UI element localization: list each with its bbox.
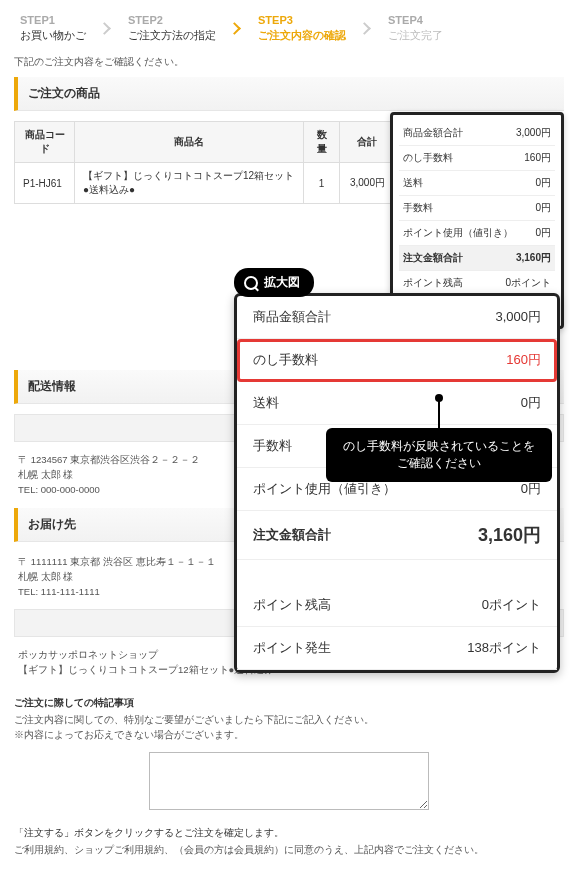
step3-title: ご注文内容の確認: [258, 28, 346, 43]
order-table: 商品コード 商品名 数量 合計 P1-HJ61 【ギフト】じっくりコトコトスープ…: [14, 121, 394, 204]
confirm-sub: ご利用規約、ショップご利用規約、（会員の方は会員規約）に同意のうえ、上記内容でご…: [14, 844, 564, 857]
special-notes: ご注文に際しての特記事項 ご注文内容に関しての、特別なご要望がございましたら下記…: [14, 696, 564, 742]
chevron-right-icon: [360, 22, 374, 36]
magnify-tag: 拡大図: [234, 268, 314, 297]
step3-label: STEP3: [258, 14, 346, 26]
notes-textarea[interactable]: [149, 752, 429, 810]
th-qty: 数量: [304, 122, 340, 163]
step4-title: ご注文完了: [388, 28, 443, 43]
th-amount: 合計: [340, 122, 394, 163]
magnify-icon: [244, 276, 258, 290]
noshi-callout: のし手数料が反映されていることをご確認ください: [326, 428, 552, 482]
step-indicator: STEP1お買い物かご STEP2ご注文方法の指定 STEP3ご注文内容の確認 …: [14, 14, 564, 43]
cell-qty: 1: [304, 163, 340, 204]
confirm-title: 「注文する」ボタンをクリックするとご注文を確定します。: [14, 826, 564, 840]
step1-title: お買い物かご: [20, 28, 86, 43]
step4-label: STEP4: [388, 14, 443, 26]
table-row: P1-HJ61 【ギフト】じっくりコトコトスープ12箱セット●送料込み● 1 3…: [15, 163, 394, 204]
chevron-right-icon: [100, 22, 114, 36]
chevron-right-icon: [230, 22, 244, 36]
callout-text: のし手数料が反映されていることをご確認ください: [343, 439, 535, 470]
th-code: 商品コード: [15, 122, 75, 163]
cell-amount: 3,000円: [340, 163, 394, 204]
section-order-items: ご注文の商品: [14, 77, 564, 111]
th-name: 商品名: [75, 122, 304, 163]
intro-text: 下記のご注文内容をご確認ください。: [14, 55, 564, 69]
step2-title: ご注文方法の指定: [128, 28, 216, 43]
cell-code: P1-HJ61: [15, 163, 75, 204]
step2-label: STEP2: [128, 14, 216, 26]
cell-name: 【ギフト】じっくりコトコトスープ12箱セット●送料込み●: [75, 163, 304, 204]
noshi-fee-row: のし手数料160円: [237, 339, 557, 382]
step1-label: STEP1: [20, 14, 86, 26]
